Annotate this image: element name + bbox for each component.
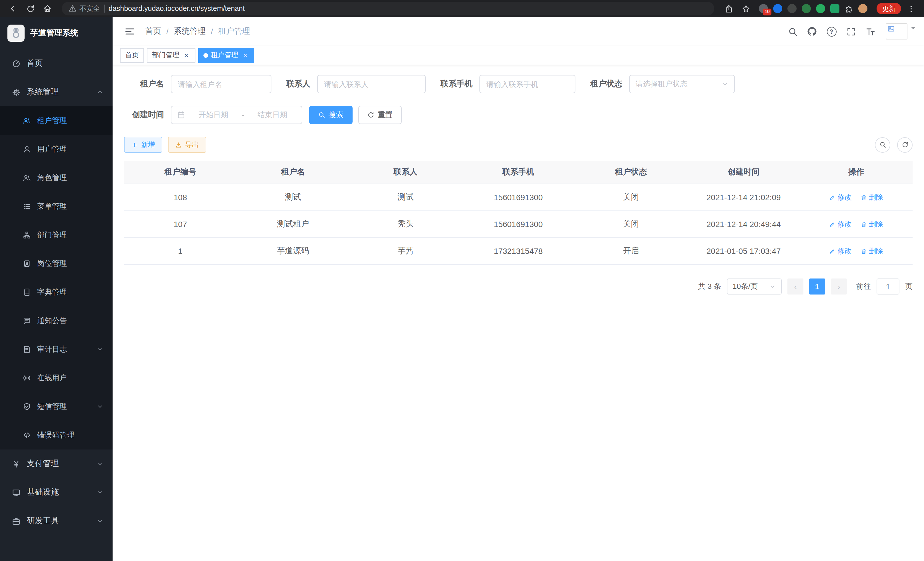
sidebar-item-online-user[interactable]: 在线用户 <box>0 364 112 392</box>
page-size-select[interactable]: 10条/页 <box>727 278 782 295</box>
close-icon[interactable]: × <box>241 51 249 59</box>
contact-input[interactable] <box>317 75 426 93</box>
extension-icon-1[interactable]: 10 <box>759 4 768 13</box>
browser-update-button[interactable]: 更新 <box>877 3 901 14</box>
goto-page-input[interactable] <box>877 278 899 295</box>
sidebar-item-menu[interactable]: 菜单管理 <box>0 192 112 221</box>
book-icon <box>23 288 31 296</box>
cell-mobile: 15601691300 <box>462 211 574 238</box>
delete-button[interactable]: 删除 <box>861 246 883 256</box>
goto-label: 前往 <box>856 281 871 292</box>
cell-status: 关闭 <box>574 184 687 211</box>
extension-icon-2[interactable] <box>773 4 782 13</box>
toggle-search-button[interactable] <box>875 137 890 152</box>
browser-profile-avatar[interactable] <box>858 4 867 13</box>
docs-help-icon[interactable]: ? <box>823 23 840 40</box>
extension-icon-4[interactable] <box>802 4 811 13</box>
cell-mobile: 17321315478 <box>462 238 574 265</box>
edit-button[interactable]: 修改 <box>830 193 852 202</box>
sidebar-item-error-code[interactable]: 错误码管理 <box>0 421 112 450</box>
chevron-down-icon <box>97 517 104 524</box>
add-button[interactable]: 新增 <box>124 137 162 153</box>
tab-home[interactable]: 首页 <box>120 48 144 63</box>
delete-button[interactable]: 删除 <box>861 219 883 229</box>
delete-label: 删除 <box>869 219 883 229</box>
not-secure-chip[interactable]: 不安全 <box>69 4 100 14</box>
sidebar-item-label: 首页 <box>27 58 43 69</box>
bookmark-star-icon[interactable] <box>738 1 753 16</box>
app-logo[interactable]: 芋道管理系统 <box>0 17 112 49</box>
table-row: 107 测试租户 秃头 15601691300 关闭 2021-12-14 20… <box>124 211 913 238</box>
edit-button[interactable]: 修改 <box>830 246 852 256</box>
browser-back-button[interactable] <box>6 1 21 16</box>
sidebar-item-home[interactable]: 首页 <box>0 49 112 78</box>
fullscreen-icon[interactable] <box>842 23 860 40</box>
search-label: 搜索 <box>328 110 344 120</box>
extension-icons: 10 <box>755 4 871 13</box>
refresh-icon <box>368 111 374 118</box>
extension-icon-5[interactable] <box>816 4 825 13</box>
prev-page-button[interactable]: ‹ <box>788 278 803 295</box>
calendar-icon <box>177 111 185 119</box>
sidebar-item-pay[interactable]: 支付管理 <box>0 450 112 478</box>
sidebar-item-system[interactable]: 系统管理 <box>0 78 112 106</box>
sidebar-item-dict[interactable]: 字典管理 <box>0 278 112 307</box>
shield-icon <box>23 403 31 411</box>
reset-label: 重置 <box>378 110 393 120</box>
browser-home-button[interactable] <box>40 1 55 16</box>
extensions-puzzle-icon[interactable] <box>844 4 853 13</box>
close-icon[interactable]: × <box>182 51 190 59</box>
font-size-icon[interactable] <box>862 23 879 40</box>
sidebar-item-label: 研发工具 <box>27 516 59 526</box>
sidebar-item-user[interactable]: 用户管理 <box>0 135 112 164</box>
browser-menu-icon[interactable] <box>903 1 918 16</box>
status-label: 租户状态 <box>590 79 622 89</box>
collapse-sidebar-button[interactable] <box>121 23 138 40</box>
status-select[interactable]: 请选择租户状态 <box>629 75 735 93</box>
tab-dept[interactable]: 部门管理 × <box>147 48 195 63</box>
mobile-input[interactable] <box>479 75 575 93</box>
delete-button[interactable]: 删除 <box>861 193 883 202</box>
sidebar-item-infra[interactable]: 基础设施 <box>0 478 112 507</box>
date-separator: - <box>242 111 244 119</box>
github-icon[interactable] <box>803 23 820 40</box>
sidebar-item-dept[interactable]: 部门管理 <box>0 221 112 249</box>
sidebar-item-tenant[interactable]: 租户管理 <box>0 106 112 135</box>
sidebar-item-post[interactable]: 岗位管理 <box>0 249 112 278</box>
sidebar-item-audit-log[interactable]: 审计日志 <box>0 335 112 364</box>
page-content: 租户名 联系人 联系手机 租户状态 请选择租户状态 创建时间 <box>112 65 924 295</box>
date-range-picker[interactable]: 开始日期 - 结束日期 <box>171 106 302 124</box>
sidebar-item-sms[interactable]: 短信管理 <box>0 392 112 421</box>
sidebar-item-notice[interactable]: 通知公告 <box>0 307 112 335</box>
browser-reload-button[interactable] <box>23 1 38 16</box>
share-icon[interactable] <box>721 1 736 16</box>
question-glyph: ? <box>826 27 836 36</box>
refresh-table-button[interactable] <box>897 137 913 152</box>
tenant-name-input[interactable] <box>171 75 272 93</box>
page-unit-label: 页 <box>905 281 913 292</box>
user-avatar-dropdown[interactable] <box>881 23 915 39</box>
breadcrumb-home[interactable]: 首页 <box>145 26 161 37</box>
next-page-button[interactable]: › <box>831 278 847 295</box>
page-number-button[interactable]: 1 <box>809 278 825 295</box>
header-search-icon[interactable] <box>784 23 801 40</box>
address-bar[interactable]: 不安全 dashboard.yudao.iocoder.cn/system/te… <box>62 2 714 15</box>
breadcrumb-system[interactable]: 系统管理 <box>174 26 206 37</box>
search-icon <box>879 141 886 148</box>
tab-tenant[interactable]: 租户管理 × <box>198 48 254 63</box>
delete-label: 删除 <box>869 246 883 256</box>
chevron-down-icon <box>97 460 104 467</box>
extension-icon-3[interactable] <box>788 4 796 13</box>
sidebar-item-devtool[interactable]: 研发工具 <box>0 507 112 535</box>
tab-label: 租户管理 <box>211 50 238 60</box>
sidebar-item-role[interactable]: 角色管理 <box>0 164 112 192</box>
reset-button[interactable]: 重置 <box>358 106 402 124</box>
extension-icon-6[interactable] <box>830 4 839 13</box>
sidebar-item-label: 系统管理 <box>27 87 59 97</box>
search-button[interactable]: 搜索 <box>309 106 352 124</box>
tags-view: 首页 部门管理 × 租户管理 × <box>112 46 924 65</box>
sidebar-item-label: 用户管理 <box>37 144 67 154</box>
export-button[interactable]: 导出 <box>168 137 206 153</box>
col-contact: 联系人 <box>350 161 462 184</box>
edit-button[interactable]: 修改 <box>830 219 852 229</box>
